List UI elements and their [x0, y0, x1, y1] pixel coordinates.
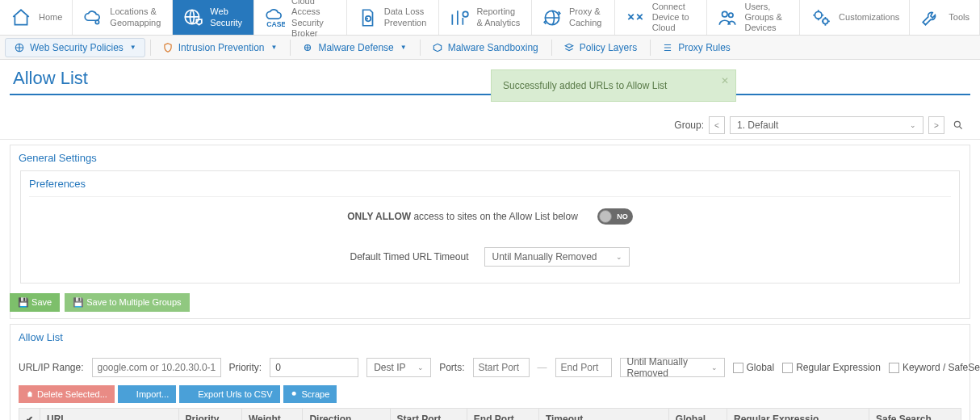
page-title: Allow List — [13, 68, 88, 89]
svg-point-13 — [291, 392, 295, 396]
chk-label: Global — [747, 362, 775, 373]
url-label: URL/IP Range: — [19, 362, 84, 373]
end-port-input[interactable] — [555, 358, 612, 377]
priority-input[interactable] — [270, 358, 358, 377]
btn-label: Scrape — [302, 389, 330, 399]
timed-value: Until Manually Removed — [492, 251, 597, 262]
svg-point-8 — [815, 11, 823, 19]
only-allow-rest: access to sites on the Allow List below — [411, 211, 578, 222]
nav-casb[interactable]: CASB Cloud Access Security Broker — [254, 0, 347, 35]
group-select[interactable]: 1. Default ⌄ — [730, 116, 923, 134]
start-port-input[interactable] — [473, 358, 530, 377]
allow-list-table: ✔ URL Priority Weight Direction Start Po… — [19, 408, 961, 420]
col-direction[interactable]: Direction — [303, 409, 390, 421]
sub-label: Malware Sandboxing — [448, 42, 538, 53]
col-safesearch[interactable]: Safe Search — [869, 409, 961, 421]
nav-label: Reporting & Analytics — [476, 6, 521, 27]
toast-close-icon[interactable]: ✕ — [721, 75, 729, 86]
priority-label: Priority: — [229, 362, 262, 373]
global-checkbox[interactable]: Global — [733, 362, 775, 373]
save-button[interactable]: 💾 Save — [10, 293, 60, 312]
import-button[interactable]: Import... — [118, 385, 176, 403]
caret-down-icon: ▼ — [400, 44, 407, 51]
col-startport[interactable]: Start Port — [390, 409, 467, 421]
page-header: Allow List — [0, 60, 980, 94]
caret-down-icon: ▼ — [130, 44, 136, 51]
scrape-button[interactable]: Scrape — [283, 385, 337, 403]
nav-tools[interactable]: Tools — [910, 0, 980, 35]
svg-point-0 — [96, 20, 99, 23]
cloud-casb-icon: CASB — [264, 6, 285, 29]
table-header-row: ✔ URL Priority Weight Direction Start Po… — [19, 409, 961, 421]
col-regex[interactable]: Regular Expressio... — [727, 409, 869, 421]
success-toast: Successfully added URLs to Allow List ✕ — [491, 69, 736, 102]
cloud-pin-icon — [82, 6, 103, 29]
col-global[interactable]: Global — [668, 409, 727, 421]
export-csv-button[interactable]: Export Urls to CSV — [179, 385, 279, 403]
toggle-text: NO — [617, 212, 628, 220]
separator — [551, 40, 552, 56]
group-prev-button[interactable]: < — [709, 116, 725, 134]
group-search-button[interactable] — [949, 116, 967, 134]
gears-icon — [810, 6, 832, 29]
sub-malware[interactable]: Malware Defense ▼ — [294, 39, 414, 57]
keyword-checkbox[interactable]: Keyword / SafeSearch — [889, 362, 980, 373]
col-url[interactable]: URL — [40, 409, 179, 421]
col-timeout[interactable]: Timeout — [538, 409, 668, 421]
chk-label: Regular Expression — [796, 362, 881, 373]
timed-url-select[interactable]: Until Manually Removed ⌄ — [484, 247, 630, 267]
globe-arrows-icon — [542, 6, 563, 29]
save-multi-label: Save to Multiple Groups — [86, 297, 181, 307]
col-endport[interactable]: End Port — [467, 409, 538, 421]
nav-home[interactable]: Home — [0, 0, 73, 35]
nav-label: Connect Device to Cloud — [652, 2, 697, 34]
direction-select[interactable]: Dest IP⌄ — [366, 358, 431, 377]
chevron-down-icon: ⌄ — [616, 253, 622, 261]
save-multi-button[interactable]: 💾 Save to Multiple Groups — [65, 293, 189, 312]
group-next-button[interactable]: > — [928, 116, 944, 134]
sub-sandbox[interactable]: Malware Sandboxing — [424, 39, 547, 57]
nav-connect[interactable]: Connect Device to Cloud — [615, 0, 708, 35]
search-icon — [953, 120, 964, 131]
panel-title: Preferences — [21, 171, 959, 196]
doc-lock-icon — [357, 6, 378, 29]
sub-proxyrules[interactable]: Proxy Rules — [654, 39, 739, 57]
connect-icon — [625, 6, 646, 29]
globe-small-icon — [14, 42, 25, 53]
nav-label: Data Loss Prevention — [384, 6, 429, 27]
nav-proxy[interactable]: Proxy & Caching — [532, 0, 615, 35]
col-weight[interactable]: Weight — [241, 409, 302, 421]
timeout-select[interactable]: Until Manually Removed⌄ — [620, 358, 725, 377]
nav-users[interactable]: Users, Groups & Devices — [707, 0, 800, 35]
svg-point-4 — [463, 11, 469, 17]
nav-label: Locations & Geomapping — [110, 6, 162, 27]
nav-label: Users, Groups & Devices — [744, 2, 789, 34]
box-icon — [432, 42, 443, 53]
sub-intrusion[interactable]: Intrusion Prevention ▼ — [154, 39, 286, 57]
nav-custom[interactable]: Customizations — [800, 0, 910, 35]
nav-label: Web Security — [210, 6, 244, 27]
regex-checkbox[interactable]: Regular Expression — [782, 362, 881, 373]
sub-policies[interactable]: Web Security Policies ▼ — [5, 38, 145, 57]
col-check[interactable]: ✔ — [19, 409, 40, 421]
only-allow-row: ONLY ALLOW access to sites on the Allow … — [29, 196, 951, 236]
nav-dlp[interactable]: Data Loss Prevention — [347, 0, 440, 35]
nav-reporting[interactable]: Reporting & Analytics — [439, 0, 532, 35]
globe-shield-icon — [182, 6, 203, 29]
group-value: 1. Default — [737, 120, 778, 131]
nav-label: Home — [39, 12, 62, 23]
nav-web-security[interactable]: Web Security — [173, 0, 254, 35]
nav-label: Cloud Access Security Broker — [291, 0, 337, 39]
url-input[interactable] — [92, 358, 221, 377]
delete-selected-button[interactable]: Delete Selected... — [19, 385, 115, 403]
save-label: Save — [31, 297, 52, 307]
sub-label: Intrusion Prevention — [178, 42, 265, 53]
ports-label: Ports: — [439, 362, 464, 373]
sub-layers[interactable]: Policy Layers — [555, 39, 645, 57]
toggle-pill — [599, 210, 612, 223]
nav-locations[interactable]: Locations & Geomapping — [73, 0, 173, 35]
section-title: General Settings — [10, 145, 970, 170]
col-priority[interactable]: Priority — [178, 409, 241, 421]
separator — [650, 40, 651, 56]
only-allow-toggle[interactable]: NO — [597, 208, 633, 225]
